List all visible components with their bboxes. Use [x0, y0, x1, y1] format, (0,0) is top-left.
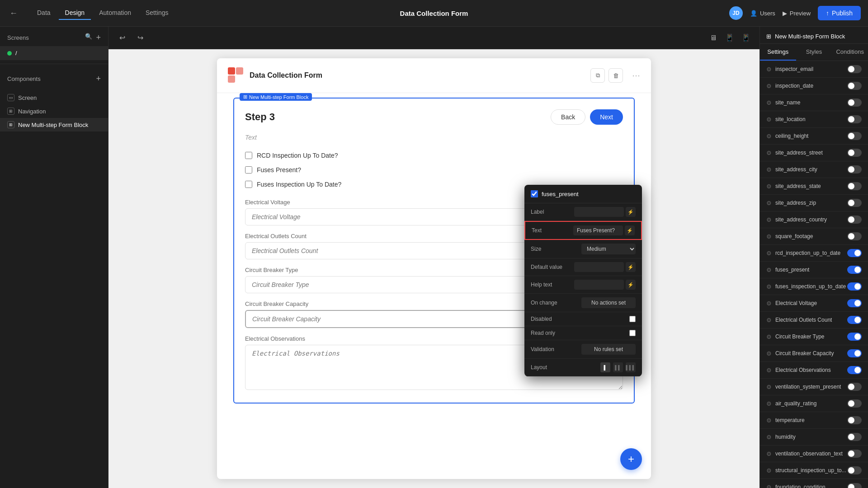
tab-panel-styles[interactable]: Styles [796, 44, 832, 61]
field-gear-icon[interactable]: ⚙ [766, 467, 772, 474]
label-input[interactable] [574, 207, 624, 217]
right-panel-field-item[interactable]: ⚙ ventilation_observation_text [760, 446, 868, 462]
field-toggle[interactable] [847, 333, 862, 341]
field-toggle[interactable] [847, 399, 862, 408]
field-gear-icon[interactable]: ⚙ [766, 484, 772, 488]
right-panel-field-item[interactable]: ⚙ Circuit Breaker Type [760, 328, 868, 345]
field-toggle[interactable] [847, 232, 862, 240]
text-lightning-button[interactable]: ⚡ [625, 225, 635, 235]
right-panel-field-item[interactable]: ⚙ humidity [760, 429, 868, 446]
field-gear-icon[interactable]: ⚙ [766, 333, 772, 340]
default-value-input[interactable] [574, 262, 624, 272]
tab-settings[interactable]: Settings [139, 6, 175, 20]
size-select[interactable]: Medium Small Large [581, 244, 636, 254]
on-change-button[interactable]: No actions set [581, 297, 636, 308]
right-panel-field-item[interactable]: ⚙ site_address_country [760, 211, 868, 228]
right-panel-field-item[interactable]: ⚙ inspector_email [760, 61, 868, 78]
right-panel-field-item[interactable]: ⚙ air_quality_rating [760, 395, 868, 412]
right-panel-field-item[interactable]: ⚙ site_address_state [760, 178, 868, 195]
tab-data[interactable]: Data [31, 6, 57, 20]
back-button[interactable]: ← [7, 7, 20, 19]
publish-button[interactable]: ↑ Publish [818, 6, 861, 20]
field-toggle[interactable] [847, 165, 862, 174]
help-lightning-button[interactable]: ⚡ [626, 280, 636, 290]
field-toggle[interactable] [847, 316, 862, 324]
delete-button[interactable]: 🗑 [609, 68, 623, 83]
checkbox-rcd[interactable]: RCD Inspection Up To Date? [245, 148, 623, 163]
right-panel-field-item[interactable]: ⚙ site_address_street [760, 145, 868, 161]
field-toggle[interactable] [847, 282, 862, 291]
tab-panel-conditions[interactable]: Conditions [832, 44, 868, 61]
layout-1col-button[interactable]: ▌ [600, 362, 610, 372]
field-gear-icon[interactable]: ⚙ [766, 417, 772, 424]
field-toggle[interactable] [847, 466, 862, 474]
field-toggle[interactable] [847, 115, 862, 123]
add-button[interactable]: + [620, 448, 642, 470]
text-input[interactable] [573, 225, 623, 235]
field-gear-icon[interactable]: ⚙ [766, 450, 772, 457]
checkbox-fuses[interactable]: Fuses Present? [245, 163, 623, 177]
tab-panel-settings[interactable]: Settings [760, 44, 796, 61]
duplicate-button[interactable]: ⧉ [590, 68, 605, 83]
field-toggle[interactable] [847, 299, 862, 307]
right-panel-field-item[interactable]: ⚙ fuses_inspection_up_to_date [760, 278, 868, 295]
tablet-view-button[interactable]: 📱 [723, 32, 736, 44]
field-gear-icon[interactable]: ⚙ [766, 133, 772, 140]
preview-button[interactable]: ▶ Preview [783, 10, 811, 17]
desktop-view-button[interactable]: 🖥 [707, 32, 720, 44]
layout-3col-button[interactable]: ▌▌▌ [626, 362, 636, 372]
users-button[interactable]: 👤 Users [750, 10, 775, 17]
right-panel-field-item[interactable]: ⚙ site_address_zip [760, 195, 868, 211]
right-panel-field-item[interactable]: ⚙ temperature [760, 412, 868, 429]
field-gear-icon[interactable]: ⚙ [766, 216, 772, 223]
field-gear-icon[interactable]: ⚙ [766, 200, 772, 206]
readonly-checkbox[interactable] [629, 330, 636, 336]
field-toggle[interactable] [847, 99, 862, 107]
right-panel-field-item[interactable]: ⚙ Circuit Breaker Capacity [760, 345, 868, 362]
right-panel-field-item[interactable]: ⚙ structural_inspection_up_to... [760, 462, 868, 479]
field-gear-icon[interactable]: ⚙ [766, 300, 772, 307]
field-gear-icon[interactable]: ⚙ [766, 83, 772, 89]
component-multistep[interactable]: ⊞ New Multi-step Form Block [0, 118, 108, 131]
right-panel-field-item[interactable]: ⚙ site_name [760, 94, 868, 111]
add-component-icon[interactable]: + [96, 74, 101, 84]
field-toggle[interactable] [847, 349, 862, 357]
validation-button[interactable]: No rules set [581, 344, 636, 355]
field-toggle[interactable] [847, 433, 862, 441]
tab-automation[interactable]: Automation [93, 6, 137, 20]
right-panel-field-item[interactable]: ⚙ Electrical Voltage [760, 295, 868, 312]
right-panel-field-item[interactable]: ⚙ Electrical Outlets Count [760, 312, 868, 328]
next-step-button[interactable]: Next [590, 109, 623, 125]
field-toggle[interactable] [847, 383, 862, 391]
search-icon[interactable]: 🔍 [85, 33, 92, 42]
disabled-checkbox[interactable] [629, 316, 636, 322]
fuses-inspection-checkbox[interactable] [245, 181, 252, 188]
more-options-icon[interactable]: ⋯ [632, 70, 640, 80]
mobile-view-button[interactable]: 📱 [740, 32, 752, 44]
field-gear-icon[interactable]: ⚙ [766, 367, 772, 374]
fuses-checkbox[interactable] [245, 166, 252, 174]
add-screen-icon[interactable]: + [96, 33, 101, 42]
label-lightning-button[interactable]: ⚡ [626, 207, 636, 217]
field-toggle[interactable] [847, 199, 862, 207]
right-panel-field-item[interactable]: ⚙ inspection_date [760, 78, 868, 94]
field-gear-icon[interactable]: ⚙ [766, 183, 772, 190]
field-gear-icon[interactable]: ⚙ [766, 250, 772, 257]
undo-button[interactable]: ↩ [116, 32, 128, 44]
right-panel-field-item[interactable]: ⚙ ceiling_height [760, 128, 868, 145]
right-panel-field-item[interactable]: ⚙ square_footage [760, 228, 868, 245]
field-gear-icon[interactable]: ⚙ [766, 99, 772, 106]
rcd-checkbox[interactable] [245, 152, 252, 159]
sidebar-item-home[interactable]: / [0, 46, 108, 60]
field-gear-icon[interactable]: ⚙ [766, 384, 772, 390]
field-gear-icon[interactable]: ⚙ [766, 350, 772, 357]
field-gear-icon[interactable]: ⚙ [766, 434, 772, 441]
field-gear-icon[interactable]: ⚙ [766, 66, 772, 73]
popup-field-checkbox[interactable] [531, 190, 538, 197]
back-step-button[interactable]: Back [551, 109, 585, 125]
default-lightning-button[interactable]: ⚡ [626, 262, 636, 272]
field-toggle[interactable] [847, 149, 862, 157]
component-navigation[interactable]: ⊞ Navigation [0, 104, 108, 118]
field-toggle[interactable] [847, 483, 862, 488]
field-toggle[interactable] [847, 65, 862, 73]
